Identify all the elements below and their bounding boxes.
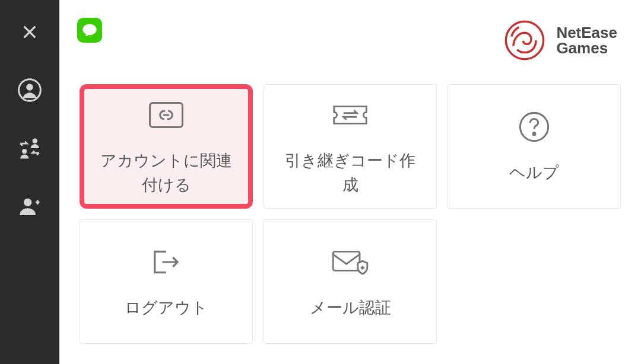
svg-point-5: [33, 139, 37, 143]
line-icon: [77, 18, 102, 43]
brand-line2: Games: [556, 40, 617, 56]
svg-point-6: [24, 199, 31, 206]
account-indicator: [77, 18, 102, 43]
mail-auth-card[interactable]: メール認証: [264, 219, 437, 344]
logo-text: NetEase Games: [556, 25, 617, 56]
action-grid: アカウントに関連付ける 引き継ぎコード作成 ヘルプ: [59, 75, 641, 362]
add-user-button[interactable]: [15, 192, 44, 221]
help-card[interactable]: ヘルプ: [448, 84, 621, 209]
main-panel: NetEase Games アカウントに関連付ける 引き継ぎコード作成: [59, 0, 641, 364]
card-label: 引き継ぎコード作成: [273, 149, 427, 197]
logout-icon: [147, 243, 185, 281]
svg-rect-11: [333, 252, 360, 271]
link-icon: [147, 96, 185, 134]
svg-point-3: [26, 84, 33, 91]
link-account-card[interactable]: アカウントに関連付ける: [80, 84, 253, 209]
profile-icon: [18, 78, 42, 102]
close-button[interactable]: [15, 18, 44, 46]
help-icon: [515, 108, 553, 146]
sidebar: [0, 0, 59, 364]
netease-logo: NetEase Games: [502, 18, 617, 63]
card-label: メール認証: [298, 296, 403, 320]
mail-shield-icon: [331, 243, 369, 281]
close-icon: [20, 23, 39, 41]
swap-people-icon: [17, 136, 42, 161]
svg-point-4: [22, 149, 27, 154]
add-user-icon: [18, 194, 42, 218]
logout-card[interactable]: ログアウト: [80, 219, 253, 344]
header: NetEase Games: [59, 0, 641, 75]
svg-point-10: [533, 133, 535, 135]
card-label: ログアウト: [113, 296, 220, 320]
ticket-icon: [331, 96, 369, 134]
transfer-code-card[interactable]: 引き継ぎコード作成: [264, 84, 437, 209]
transfer-users-button[interactable]: [15, 134, 44, 162]
brand-line1: NetEase: [556, 25, 617, 40]
netease-swirl-icon: [502, 18, 547, 63]
card-label: アカウントに関連付ける: [88, 149, 244, 197]
card-label: ヘルプ: [497, 161, 571, 185]
profile-button[interactable]: [15, 76, 44, 104]
